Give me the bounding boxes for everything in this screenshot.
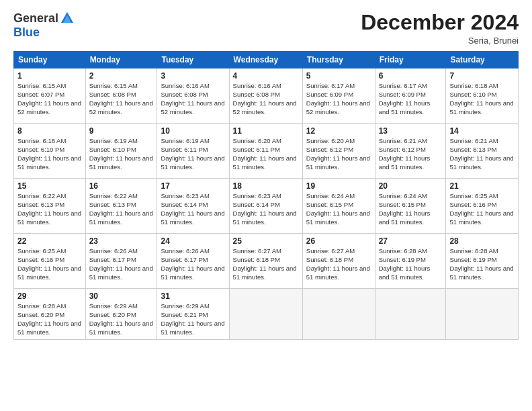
- table-row: 7Sunrise: 6:18 AM Sunset: 6:10 PM Daylig…: [446, 68, 519, 124]
- table-row: 8Sunrise: 6:18 AM Sunset: 6:10 PM Daylig…: [14, 124, 86, 179]
- day-number: 23: [89, 236, 154, 246]
- day-info: Sunrise: 6:28 AM Sunset: 6:19 PM Dayligh…: [449, 247, 515, 281]
- calendar-week-row: 1Sunrise: 6:15 AM Sunset: 6:07 PM Daylig…: [14, 68, 519, 124]
- day-info: Sunrise: 6:29 AM Sunset: 6:20 PM Dayligh…: [89, 302, 154, 336]
- table-row: [446, 289, 519, 340]
- table-row: 29Sunrise: 6:28 AM Sunset: 6:20 PM Dayli…: [14, 289, 86, 340]
- col-thursday: Thursday: [302, 52, 375, 68]
- col-saturday: Saturday: [446, 52, 519, 68]
- day-number: 6: [379, 71, 443, 81]
- day-info: Sunrise: 6:22 AM Sunset: 6:13 PM Dayligh…: [17, 192, 82, 226]
- table-row: 31Sunrise: 6:29 AM Sunset: 6:21 PM Dayli…: [157, 289, 229, 340]
- calendar-table: Sunday Monday Tuesday Wednesday Thursday…: [13, 51, 519, 340]
- table-row: 4Sunrise: 6:16 AM Sunset: 6:08 PM Daylig…: [229, 68, 302, 124]
- logo-text: General: [13, 11, 75, 26]
- table-row: 14Sunrise: 6:21 AM Sunset: 6:13 PM Dayli…: [446, 124, 519, 179]
- day-info: Sunrise: 6:26 AM Sunset: 6:17 PM Dayligh…: [89, 247, 154, 281]
- table-row: 21Sunrise: 6:25 AM Sunset: 6:16 PM Dayli…: [446, 179, 519, 234]
- day-number: 16: [89, 181, 154, 191]
- day-info: Sunrise: 6:20 AM Sunset: 6:12 PM Dayligh…: [306, 137, 371, 171]
- table-row: 30Sunrise: 6:29 AM Sunset: 6:20 PM Dayli…: [85, 289, 157, 340]
- day-number: 25: [233, 236, 299, 246]
- day-number: 5: [306, 71, 371, 81]
- table-row: 19Sunrise: 6:24 AM Sunset: 6:15 PM Dayli…: [302, 179, 375, 234]
- calendar-week-row: 8Sunrise: 6:18 AM Sunset: 6:10 PM Daylig…: [14, 124, 519, 179]
- day-number: 14: [449, 126, 515, 136]
- calendar-week-row: 22Sunrise: 6:25 AM Sunset: 6:16 PM Dayli…: [14, 234, 519, 289]
- table-row: 13Sunrise: 6:21 AM Sunset: 6:12 PM Dayli…: [375, 124, 446, 179]
- table-row: 18Sunrise: 6:23 AM Sunset: 6:14 PM Dayli…: [229, 179, 302, 234]
- day-info: Sunrise: 6:23 AM Sunset: 6:14 PM Dayligh…: [233, 192, 299, 226]
- table-row: 22Sunrise: 6:25 AM Sunset: 6:16 PM Dayli…: [14, 234, 86, 289]
- day-info: Sunrise: 6:22 AM Sunset: 6:13 PM Dayligh…: [89, 192, 154, 226]
- day-info: Sunrise: 6:15 AM Sunset: 6:07 PM Dayligh…: [17, 82, 82, 116]
- table-row: 11Sunrise: 6:20 AM Sunset: 6:11 PM Dayli…: [229, 124, 302, 179]
- day-number: 21: [449, 181, 515, 191]
- table-row: 10Sunrise: 6:19 AM Sunset: 6:11 PM Dayli…: [157, 124, 229, 179]
- day-info: Sunrise: 6:25 AM Sunset: 6:16 PM Dayligh…: [449, 192, 515, 226]
- day-info: Sunrise: 6:17 AM Sunset: 6:09 PM Dayligh…: [379, 82, 443, 116]
- day-number: 1: [17, 71, 82, 81]
- day-number: 26: [306, 236, 371, 246]
- day-info: Sunrise: 6:24 AM Sunset: 6:15 PM Dayligh…: [379, 192, 443, 226]
- day-number: 22: [17, 236, 82, 246]
- day-info: Sunrise: 6:21 AM Sunset: 6:12 PM Dayligh…: [379, 137, 443, 171]
- col-sunday: Sunday: [14, 52, 86, 68]
- col-friday: Friday: [375, 52, 446, 68]
- header: General Blue December 2024 Seria, Brunei: [13, 11, 519, 46]
- table-row: 17Sunrise: 6:23 AM Sunset: 6:14 PM Dayli…: [157, 179, 229, 234]
- table-row: 9Sunrise: 6:19 AM Sunset: 6:10 PM Daylig…: [85, 124, 157, 179]
- day-info: Sunrise: 6:28 AM Sunset: 6:20 PM Dayligh…: [17, 302, 82, 336]
- day-number: 11: [233, 126, 299, 136]
- day-info: Sunrise: 6:20 AM Sunset: 6:11 PM Dayligh…: [233, 137, 299, 171]
- day-info: Sunrise: 6:19 AM Sunset: 6:11 PM Dayligh…: [161, 137, 225, 171]
- day-info: Sunrise: 6:17 AM Sunset: 6:09 PM Dayligh…: [306, 82, 371, 116]
- page: General Blue December 2024 Seria, Brunei…: [0, 0, 532, 411]
- table-row: 3Sunrise: 6:16 AM Sunset: 6:08 PM Daylig…: [157, 68, 229, 124]
- day-number: 8: [17, 126, 82, 136]
- day-info: Sunrise: 6:18 AM Sunset: 6:10 PM Dayligh…: [17, 137, 82, 171]
- day-number: 31: [161, 291, 225, 301]
- day-info: Sunrise: 6:16 AM Sunset: 6:08 PM Dayligh…: [233, 82, 299, 116]
- day-number: 20: [379, 181, 443, 191]
- day-number: 30: [89, 291, 154, 301]
- table-row: 5Sunrise: 6:17 AM Sunset: 6:09 PM Daylig…: [302, 68, 375, 124]
- table-row: 24Sunrise: 6:26 AM Sunset: 6:17 PM Dayli…: [157, 234, 229, 289]
- day-info: Sunrise: 6:28 AM Sunset: 6:19 PM Dayligh…: [379, 247, 443, 281]
- day-info: Sunrise: 6:25 AM Sunset: 6:16 PM Dayligh…: [17, 247, 82, 281]
- day-number: 17: [161, 181, 225, 191]
- col-wednesday: Wednesday: [229, 52, 302, 68]
- day-number: 24: [161, 236, 225, 246]
- day-number: 19: [306, 181, 371, 191]
- logo-general: General: [13, 11, 58, 26]
- table-row: 2Sunrise: 6:15 AM Sunset: 6:08 PM Daylig…: [85, 68, 157, 124]
- day-info: Sunrise: 6:15 AM Sunset: 6:08 PM Dayligh…: [89, 82, 154, 116]
- col-tuesday: Tuesday: [157, 52, 229, 68]
- table-row: [302, 289, 375, 340]
- calendar-week-row: 29Sunrise: 6:28 AM Sunset: 6:20 PM Dayli…: [14, 289, 519, 340]
- day-number: 10: [161, 126, 225, 136]
- table-row: 1Sunrise: 6:15 AM Sunset: 6:07 PM Daylig…: [14, 68, 86, 124]
- table-row: 27Sunrise: 6:28 AM Sunset: 6:19 PM Dayli…: [375, 234, 446, 289]
- day-info: Sunrise: 6:18 AM Sunset: 6:10 PM Dayligh…: [449, 82, 515, 116]
- table-row: 16Sunrise: 6:22 AM Sunset: 6:13 PM Dayli…: [85, 179, 157, 234]
- day-number: 2: [89, 71, 154, 81]
- logo-icon: [60, 11, 75, 26]
- table-row: [229, 289, 302, 340]
- day-info: Sunrise: 6:24 AM Sunset: 6:15 PM Dayligh…: [306, 192, 371, 226]
- day-info: Sunrise: 6:16 AM Sunset: 6:08 PM Dayligh…: [161, 82, 225, 116]
- table-row: 15Sunrise: 6:22 AM Sunset: 6:13 PM Dayli…: [14, 179, 86, 234]
- table-row: [375, 289, 446, 340]
- day-number: 3: [161, 71, 225, 81]
- table-row: 12Sunrise: 6:20 AM Sunset: 6:12 PM Dayli…: [302, 124, 375, 179]
- table-row: 25Sunrise: 6:27 AM Sunset: 6:18 PM Dayli…: [229, 234, 302, 289]
- day-info: Sunrise: 6:23 AM Sunset: 6:14 PM Dayligh…: [161, 192, 225, 226]
- day-info: Sunrise: 6:21 AM Sunset: 6:13 PM Dayligh…: [449, 137, 515, 171]
- day-number: 18: [233, 181, 299, 191]
- col-monday: Monday: [85, 52, 157, 68]
- location: Seria, Brunei: [361, 36, 519, 46]
- day-number: 9: [89, 126, 154, 136]
- table-row: 23Sunrise: 6:26 AM Sunset: 6:17 PM Dayli…: [85, 234, 157, 289]
- table-row: 6Sunrise: 6:17 AM Sunset: 6:09 PM Daylig…: [375, 68, 446, 124]
- title-block: December 2024 Seria, Brunei: [361, 11, 519, 46]
